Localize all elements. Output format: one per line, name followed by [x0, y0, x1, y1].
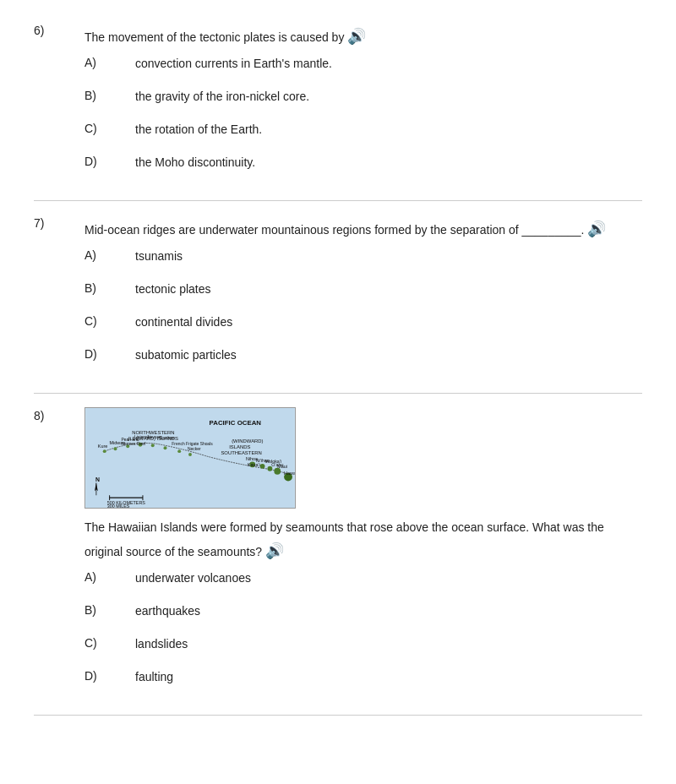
- svg-text:Hermes Reef: Hermes Reef: [121, 442, 146, 446]
- question-8-number: 8): [34, 407, 84, 422]
- question-8-option-a: A) underwater volcanoes: [84, 569, 642, 587]
- question-7-option-b: B) tectonic plates: [84, 280, 642, 298]
- question-8-text: The Hawaiian Islands were formed by seam…: [84, 520, 604, 558]
- question-7-header: 7) Mid-ocean ridges are underwater mount…: [34, 215, 642, 239]
- svg-point-6: [164, 446, 167, 449]
- option-7c-label: C): [84, 313, 135, 328]
- option-8b-text: earthquakes: [135, 602, 200, 620]
- speaker-icon-8: 🔊: [265, 542, 284, 560]
- speaker-icon-6: 🔊: [347, 27, 366, 46]
- question-6-option-b: B) the gravity of the iron-nickel core.: [84, 88, 642, 106]
- option-8c-text: landslides: [135, 635, 188, 653]
- question-7-number: 7): [34, 215, 84, 230]
- svg-text:Hawai'i: Hawai'i: [284, 471, 295, 476]
- question-6-block: 6) The movement of the tectonic plates i…: [34, 8, 642, 201]
- svg-text:Necker: Necker: [188, 447, 201, 451]
- question-8-option-d: D) faulting: [84, 668, 642, 686]
- option-7a-text: tsunamis: [135, 248, 183, 265]
- option-8d-label: D): [84, 668, 135, 683]
- question-7-audio[interactable]: 🔊: [587, 220, 606, 238]
- option-8a-label: A): [84, 569, 135, 584]
- svg-text:Kure: Kure: [98, 444, 107, 449]
- option-7b-text: tectonic plates: [135, 280, 211, 298]
- svg-text:Maui: Maui: [277, 464, 287, 469]
- svg-text:PACIFIC OCEAN: PACIFIC OCEAN: [210, 419, 262, 427]
- option-7c-text: continental divides: [135, 313, 232, 331]
- option-8c-label: C): [84, 635, 135, 650]
- svg-point-10: [260, 464, 265, 469]
- question-8-text-wrapper: The Hawaiian Islands were formed by seam…: [84, 519, 642, 561]
- question-7-block: 7) Mid-ocean ridges are underwater mount…: [34, 201, 642, 394]
- svg-point-7: [177, 449, 181, 453]
- svg-text:Gardner: Gardner: [160, 436, 175, 440]
- option-6d-text: the Moho discontinuity.: [135, 154, 255, 172]
- question-8-option-b: B) earthquakes: [84, 602, 642, 620]
- question-6-options: A) convection currents in Earth's mantle…: [34, 55, 642, 172]
- question-8-options: A) underwater volcanoes B) earthquakes C…: [34, 569, 642, 686]
- svg-point-1: [103, 449, 106, 453]
- svg-text:N: N: [95, 476, 100, 482]
- question-7-option-c: C) continental divides: [84, 313, 642, 331]
- option-7a-label: A): [84, 248, 135, 262]
- question-6-number: 6): [34, 22, 84, 37]
- question-8-option-c: C) landslides: [84, 635, 642, 653]
- question-7-options: A) tsunamis B) tectonic plates C) contin…: [34, 248, 642, 364]
- svg-point-2: [114, 447, 117, 450]
- option-7d-text: subatomic particles: [135, 346, 237, 364]
- svg-text:ISLANDS: ISLANDS: [229, 444, 250, 449]
- question-6-audio-button[interactable]: 🔊: [347, 27, 366, 46]
- option-6a-label: A): [84, 55, 135, 69]
- svg-point-8: [188, 453, 192, 456]
- svg-text:French Frigate Shoals: French Frigate Shoals: [172, 442, 213, 446]
- option-7b-label: B): [84, 280, 135, 295]
- hawaii-map-svg: PACIFIC OCEAN NORTHWESTERN (LEEWARD) ISL…: [85, 408, 295, 508]
- hawaii-map: PACIFIC OCEAN NORTHWESTERN (LEEWARD) ISL…: [84, 407, 296, 509]
- svg-point-12: [274, 468, 281, 475]
- option-6c-label: C): [84, 121, 135, 135]
- svg-text:SOUTHEASTERN: SOUTHEASTERN: [221, 450, 261, 455]
- question-6-option-a: A) convection currents in Earth's mantle…: [84, 55, 642, 73]
- option-8a-text: underwater volcanoes: [135, 569, 251, 587]
- question-8-header: 8): [34, 407, 642, 561]
- option-8b-label: B): [84, 602, 135, 617]
- question-6-option-c: C) the rotation of the Earth.: [84, 121, 642, 139]
- option-6b-text: the gravity of the iron-nickel core.: [135, 88, 309, 106]
- question-7-option-a: A) tsunamis: [84, 248, 642, 265]
- question-7-audio-button[interactable]: 🔊: [587, 220, 606, 238]
- question-7-text: Mid-ocean ridges are underwater mountain…: [84, 223, 584, 237]
- question-8-audio-button[interactable]: 🔊: [265, 542, 284, 560]
- option-6b-label: B): [84, 88, 135, 102]
- option-6c-text: the rotation of the Earth.: [135, 121, 262, 139]
- question-6-option-d: D) the Moho discontinuity.: [84, 154, 642, 172]
- svg-text:300 MILES: 300 MILES: [107, 504, 130, 508]
- option-7d-label: D): [84, 346, 135, 361]
- question-8-text-col: PACIFIC OCEAN NORTHWESTERN (LEEWARD) ISL…: [84, 407, 642, 561]
- option-8d-text: faulting: [135, 668, 173, 686]
- svg-point-5: [151, 444, 155, 447]
- question-6-text: The movement of the tectonic plates is c…: [84, 30, 344, 44]
- speaker-icon-7: 🔊: [587, 220, 606, 238]
- question-7-option-d: D) subatomic particles: [84, 346, 642, 364]
- page-container: 6) The movement of the tectonic plates i…: [0, 0, 676, 724]
- question-8-audio[interactable]: 🔊: [265, 542, 284, 560]
- question-6-header: 6) The movement of the tectonic plates i…: [34, 22, 642, 46]
- question-8-block: 8): [34, 394, 642, 716]
- question-6-text-col: The movement of the tectonic plates is c…: [84, 22, 642, 46]
- option-6a-text: convection currents in Earth's mantle.: [135, 55, 332, 73]
- question-7-text-col: Mid-ocean ridges are underwater mountain…: [84, 215, 642, 239]
- svg-text:(WINDWARD): (WINDWARD): [232, 438, 263, 444]
- question-6-audio[interactable]: 🔊: [347, 27, 366, 46]
- option-6d-label: D): [84, 154, 135, 168]
